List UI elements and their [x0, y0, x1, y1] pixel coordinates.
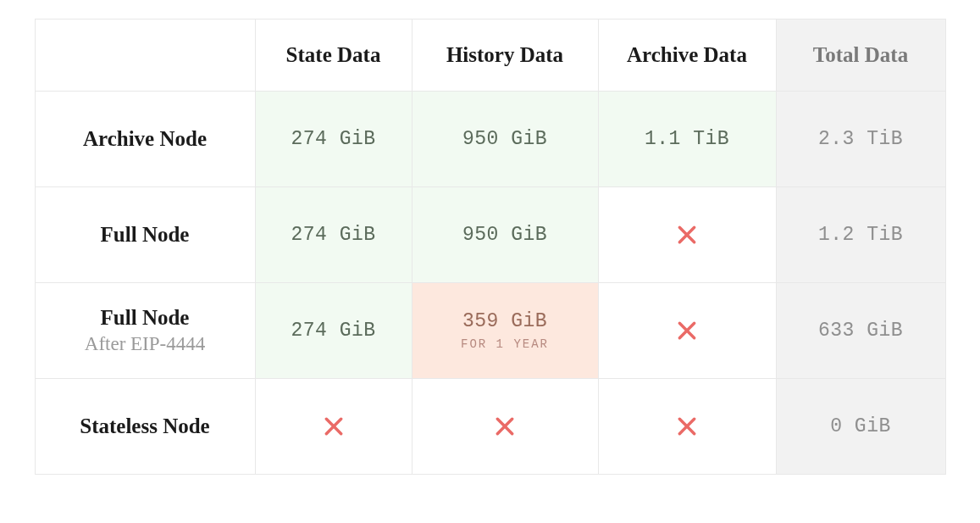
row-label-main: Full Node — [36, 305, 255, 331]
cell-value: 950 GiB — [462, 128, 547, 150]
cell-value: 2.3 TiB — [818, 128, 903, 150]
header-history: History Data — [412, 19, 598, 92]
cell-stateless-archive — [598, 379, 776, 475]
row-label-main: Archive Node — [36, 126, 255, 152]
x-icon — [494, 415, 516, 437]
cell-stateless-history — [412, 379, 598, 475]
cell-value: 1.1 TiB — [645, 128, 729, 150]
cell-value: 950 GiB — [462, 224, 547, 246]
cell-full-archive — [598, 187, 776, 283]
cell-eip-total: 633 GiB — [776, 283, 945, 379]
row-label-stateless: Stateless Node — [35, 379, 255, 475]
cell-archive-total: 2.3 TiB — [776, 92, 945, 187]
table-row: Archive Node 274 GiB 950 GiB 1.1 TiB 2.3… — [35, 92, 945, 187]
cell-archive-state: 274 GiB — [255, 92, 412, 187]
header-row: State Data History Data Archive Data Tot… — [35, 19, 945, 92]
cell-note: FOR 1 YEAR — [461, 337, 549, 351]
header-total: Total Data — [776, 19, 945, 92]
cell-eip-history: 359 GiB FOR 1 YEAR — [412, 283, 598, 379]
cell-value: 274 GiB — [291, 128, 375, 150]
cell-value: 274 GiB — [291, 320, 375, 342]
cell-stateless-total: 0 GiB — [776, 379, 945, 475]
cell-archive-archive: 1.1 TiB — [598, 92, 776, 187]
row-label-main: Stateless Node — [36, 414, 255, 439]
x-icon — [323, 415, 345, 437]
x-icon — [676, 320, 698, 342]
table-row: Full Node After EIP-4444 274 GiB 359 GiB… — [35, 283, 945, 379]
row-label-sub: After EIP-4444 — [36, 332, 255, 356]
cell-stateless-state — [255, 379, 412, 475]
cell-full-total: 1.2 TiB — [776, 187, 945, 283]
cell-value: 274 GiB — [291, 224, 375, 246]
cell-value: 359 GiB — [462, 310, 547, 332]
table-row: Stateless Node — [35, 379, 945, 475]
row-label-main: Full Node — [36, 222, 255, 248]
cell-value: 1.2 TiB — [818, 224, 903, 246]
cell-archive-history: 950 GiB — [412, 92, 598, 187]
table-row: Full Node 274 GiB 950 GiB 1.2 TiB — [35, 187, 945, 283]
header-archive: Archive Data — [598, 19, 776, 92]
cell-eip-state: 274 GiB — [255, 283, 412, 379]
row-label-archive: Archive Node — [35, 92, 255, 187]
cell-full-state: 274 GiB — [255, 187, 412, 283]
cell-value: 0 GiB — [830, 415, 891, 437]
cell-value: 633 GiB — [818, 320, 903, 342]
cell-full-history: 950 GiB — [412, 187, 598, 283]
row-label-full: Full Node — [35, 187, 255, 283]
x-icon — [676, 415, 698, 437]
header-blank — [35, 19, 255, 92]
x-icon — [676, 224, 698, 246]
row-label-full-eip4444: Full Node After EIP-4444 — [35, 283, 255, 379]
cell-eip-archive — [598, 283, 776, 379]
header-state: State Data — [255, 19, 412, 92]
node-data-table: State Data History Data Archive Data Tot… — [35, 19, 946, 475]
page: State Data History Data Archive Data Tot… — [0, 0, 980, 523]
